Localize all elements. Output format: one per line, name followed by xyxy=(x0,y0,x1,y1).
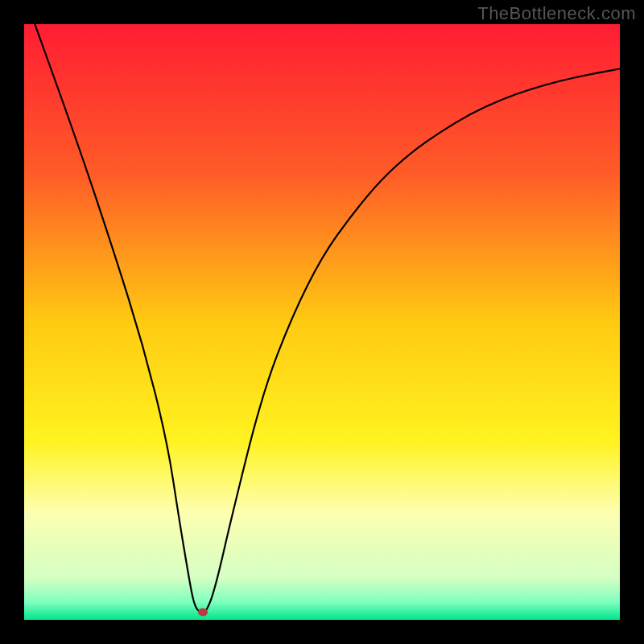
optimal-point-marker xyxy=(198,608,208,616)
chart-frame: TheBottleneck.com xyxy=(0,0,644,644)
chart-svg xyxy=(24,24,620,620)
watermark-text: TheBottleneck.com xyxy=(477,3,636,24)
plot-area xyxy=(24,24,620,620)
gradient-background xyxy=(24,24,620,620)
